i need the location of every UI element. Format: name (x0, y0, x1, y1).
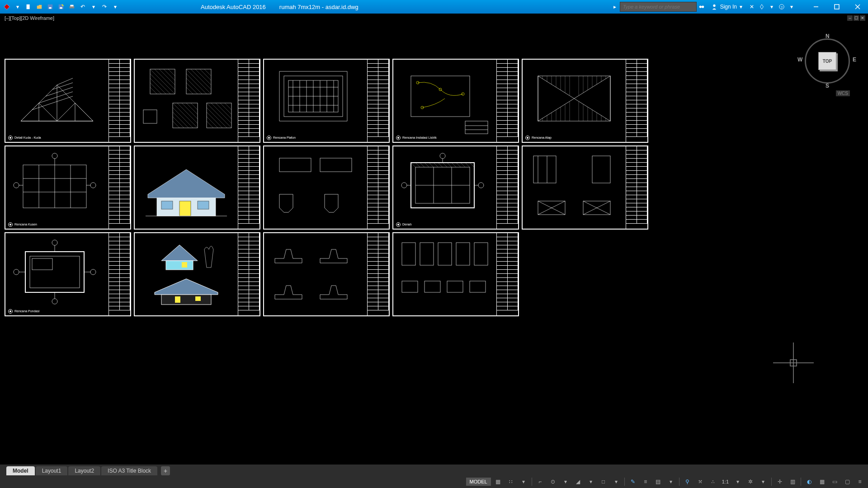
title-block (367, 233, 389, 315)
viewcube[interactable]: TOP N E S W (800, 34, 854, 88)
compass-n[interactable]: N (826, 33, 830, 39)
svg-rect-110 (320, 158, 352, 172)
search-arrow-icon[interactable]: ▸ (610, 2, 620, 12)
ortho-icon[interactable]: ⌐ (535, 477, 546, 487)
polar-dropdown-icon[interactable]: ▾ (560, 477, 571, 487)
undo-dropdown-icon[interactable]: ▾ (90, 3, 98, 11)
hardware-accel-icon[interactable]: ▦ (816, 477, 827, 487)
ucs-icon[interactable] (773, 343, 814, 385)
compass-w[interactable]: W (797, 56, 802, 63)
svg-point-102 (90, 183, 96, 188)
saveas-icon[interactable] (57, 3, 65, 11)
isodraft-icon[interactable]: ◢ (573, 477, 584, 487)
annoscale-visibility-icon[interactable]: ⛬ (708, 477, 718, 487)
vp-maximize-icon[interactable]: ☐ (854, 15, 859, 21)
app-menu-icon[interactable] (3, 3, 11, 11)
wcs-label[interactable]: WCS (836, 90, 850, 96)
svg-rect-123 (592, 156, 610, 183)
model-space-button[interactable]: MODEL (466, 478, 491, 486)
drawing-viewport[interactable]: [–][Top][2D Wireframe] – ☐ ✕ TOP N E S W… (0, 14, 868, 475)
annoscale-person-icon[interactable]: ⚲ (682, 477, 693, 487)
grid-icon[interactable]: ▦ (493, 477, 504, 487)
transparency-dropdown-icon[interactable]: ▾ (665, 477, 676, 487)
exchange-dropdown-icon[interactable]: ▾ (767, 2, 777, 12)
svg-rect-106 (161, 201, 173, 209)
sheet-rencana-pondasi: Rencana Pondasi (5, 232, 131, 316)
save-icon[interactable] (46, 3, 54, 11)
tab-layout1[interactable]: Layout1 (36, 466, 68, 475)
annoscale-auto-icon[interactable]: ⤲ (695, 477, 706, 487)
compass-s[interactable]: S (826, 83, 829, 89)
sheet-rencana-kusen: Rencana Kusen (5, 145, 131, 230)
annotation-scale-dropdown-icon[interactable]: ▾ (732, 477, 743, 487)
workspace-icon[interactable]: ✲ (745, 477, 756, 487)
plot-icon[interactable] (68, 3, 76, 11)
sheet-instalasi-listrik: Rencana Instalasi Listrik (392, 59, 519, 143)
snap-icon[interactable]: ∷ (505, 477, 516, 487)
annotation-icon[interactable]: ✎ (627, 477, 638, 487)
redo-icon[interactable]: ↷ (100, 3, 108, 11)
svg-point-139 (14, 269, 19, 275)
svg-point-120 (478, 183, 484, 188)
tab-layout2[interactable]: Layout2 (68, 466, 100, 475)
quick-properties-icon[interactable]: ◐ (804, 477, 815, 487)
sheet-10 (522, 145, 648, 230)
dropdown-icon[interactable]: ▾ (14, 3, 22, 11)
search-input[interactable] (620, 2, 697, 12)
vp-close-icon[interactable]: ✕ (860, 15, 865, 21)
tab-iso-a3[interactable]: ISO A3 Title Block (101, 466, 157, 475)
title-block (238, 146, 259, 229)
svg-rect-152 (474, 243, 488, 265)
osnap-dropdown-icon[interactable]: ▾ (611, 477, 622, 487)
snap-dropdown-icon[interactable]: ▾ (518, 477, 529, 487)
tab-model[interactable]: Model (6, 466, 35, 475)
polar-icon[interactable]: ⊙ (547, 477, 558, 487)
isolate-objects-icon[interactable]: ▭ (829, 477, 840, 487)
svg-rect-107 (198, 201, 209, 209)
redo-dropdown-icon[interactable]: ▾ (111, 3, 119, 11)
new-icon[interactable] (24, 3, 33, 11)
isodraft-dropdown-icon[interactable]: ▾ (585, 477, 596, 487)
sheet-caption: Rencana Pondasi (14, 310, 39, 313)
signin-button[interactable]: Sign In ▾ (707, 4, 747, 10)
svg-line-25 (46, 87, 73, 96)
annotation-monitor-icon[interactable]: ✛ (774, 477, 785, 487)
svg-rect-132 (25, 252, 84, 292)
svg-rect-146 (175, 296, 180, 303)
close-button[interactable] (847, 0, 868, 14)
sheet-caption: Rencana Kusen (14, 223, 37, 226)
open-icon[interactable] (35, 3, 43, 11)
customization-icon[interactable]: ≡ (854, 477, 865, 487)
viewport-window-controls: – ☐ ✕ (847, 15, 865, 21)
file-title: rumah 7mx12m - asdar.id.dwg (279, 4, 359, 10)
exchange-apps-icon[interactable] (757, 2, 767, 12)
sheet-2 (134, 59, 260, 143)
workspace-dropdown-icon[interactable]: ▾ (758, 477, 769, 487)
clean-screen-icon[interactable]: ▢ (842, 477, 853, 487)
transparency-icon[interactable]: ▤ (653, 477, 664, 487)
viewport-label[interactable]: [–][Top][2D Wireframe] (5, 15, 54, 21)
viewcube-face[interactable]: TOP (818, 52, 836, 70)
help-icon[interactable]: ? (777, 2, 787, 12)
svg-line-22 (75, 103, 93, 121)
status-bar: MODEL ▦ ∷ ▾ ⌐ ⊙ ▾ ◢ ▾ □ ▾ ✎ ≡ ▤ ▾ ⚲ ⤲ ⛬ … (0, 475, 868, 488)
help-dropdown-icon[interactable]: ▾ (787, 2, 797, 12)
annotation-scale-label[interactable]: 1:1 (720, 479, 731, 484)
vp-minimize-icon[interactable]: – (847, 15, 853, 21)
infocenter-icon[interactable] (697, 2, 707, 12)
signin-label: Sign In (720, 4, 737, 10)
svg-point-118 (401, 183, 407, 188)
add-layout-button[interactable]: + (161, 466, 170, 475)
units-icon[interactable]: ▥ (787, 477, 798, 487)
lineweight-icon[interactable]: ≡ (640, 477, 651, 487)
svg-rect-144 (182, 262, 187, 267)
minimize-button[interactable] (806, 0, 826, 14)
compass-e[interactable]: E (853, 56, 856, 63)
svg-rect-13 (835, 5, 839, 9)
quick-access-toolbar: ▾ ↶ ▾ ↷ ▾ (0, 3, 119, 11)
exchange-icon[interactable]: ✕ (747, 2, 757, 12)
undo-icon[interactable]: ↶ (79, 3, 87, 11)
osnap-icon[interactable]: □ (598, 477, 609, 487)
title-bar: ▾ ↶ ▾ ↷ ▾ Autodesk AutoCAD 2016 rumah 7m… (0, 0, 868, 14)
maximize-button[interactable] (826, 0, 847, 14)
